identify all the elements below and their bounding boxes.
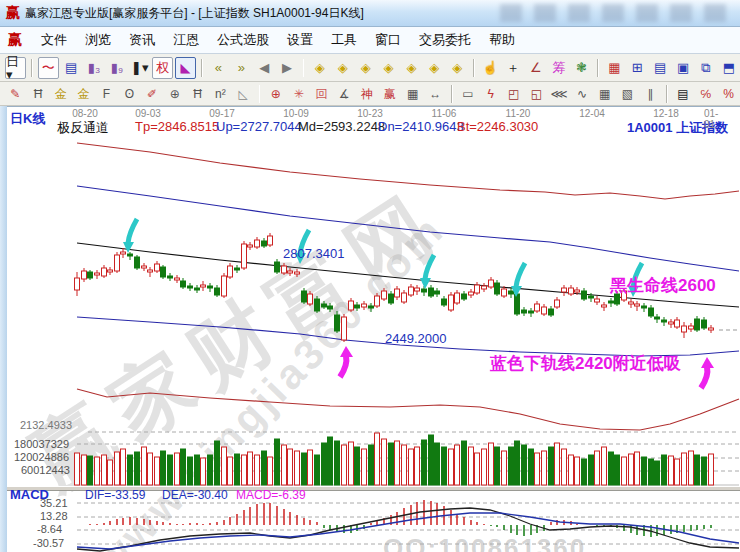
jump-last-icon[interactable]: » <box>231 57 252 79</box>
menu-item-公式选股[interactable]: 公式选股 <box>208 29 278 51</box>
gold-grid1-icon[interactable]: 金 <box>51 84 72 104</box>
angle-tool-icon[interactable]: ◺ <box>233 84 254 104</box>
jump-first-icon[interactable]: « <box>208 57 229 79</box>
diamond-down-icon[interactable]: ◈ <box>424 57 445 79</box>
macd-tick-3: -8.64 <box>37 523 62 535</box>
date-label: 10-23 <box>357 108 383 119</box>
diamond-up-icon[interactable]: ◈ <box>401 57 422 79</box>
box-fan1-icon[interactable]: ◰ <box>503 84 524 104</box>
calendar-icon[interactable]: ▦ <box>604 57 625 79</box>
macd-dea-value: DEA=-30.40 <box>162 488 228 502</box>
volume-tick-180m: 180037329 <box>14 438 69 450</box>
smart-analysis-icon[interactable]: ❃ <box>571 57 592 79</box>
grid-arrow-icon[interactable]: ▧ <box>617 84 638 104</box>
rect-tool-icon[interactable]: ▭ <box>458 84 479 104</box>
box-fan2-icon[interactable]: ◱ <box>526 84 547 104</box>
annotation-life-line: 黑生命线2600 <box>610 274 716 297</box>
window-title: 赢家江恩专业版[赢家服务平台] - [上证指数 SH1A0001-94日K线] <box>25 5 364 22</box>
number-grid-icon[interactable]: ▦ <box>402 84 423 104</box>
toolbar-drawing: ✎Ħ金金Fʘ✐⊕Ħn²◺⊕✳回∡神赢▦↔▭ϟ◰◱⋘∿▦▧∥▤℅% <box>0 82 740 106</box>
minute-chart-icon[interactable]: 〜 <box>38 57 59 79</box>
menu-item-设置[interactable]: 设置 <box>278 29 322 51</box>
ying-grid-icon[interactable]: 赢 <box>379 84 400 104</box>
calculator-icon[interactable]: ⊞ <box>627 57 648 79</box>
grid-tool-icon[interactable]: ▦ <box>594 84 615 104</box>
percent-slope-icon[interactable]: ℅ <box>695 84 716 104</box>
spiral-icon[interactable]: ʘ <box>119 84 140 104</box>
bars-9day-icon[interactable]: ▮₉ <box>106 57 127 79</box>
pencil-tool-icon[interactable]: ✎ <box>5 84 26 104</box>
channel-param-label: Tp=2846.8515 <box>135 119 219 134</box>
menu-item-江恩[interactable]: 江恩 <box>164 29 208 51</box>
toolbar-separator <box>451 85 453 103</box>
multi-window-icon[interactable]: ⧉ <box>695 57 716 79</box>
macd-tick-1: 35.21 <box>40 497 68 509</box>
save-icon[interactable]: ▣ <box>673 57 694 79</box>
gann-angle-icon[interactable]: ∡ <box>334 84 355 104</box>
zigzag-icon[interactable]: ∿ <box>572 84 593 104</box>
macd-tick-2: 13.28 <box>40 510 68 522</box>
angle-measure-icon[interactable]: ∠ <box>525 57 546 79</box>
toolbar-separator <box>201 59 203 77</box>
volume-tick-60m: 60012443 <box>21 464 70 476</box>
gold-grid2-icon[interactable]: 金 <box>73 84 94 104</box>
colored-kline-icon[interactable]: ◣ <box>175 57 196 79</box>
gann-wheel-icon[interactable]: ⊕ <box>164 84 185 104</box>
app-window: 赢 赢家江恩专业版[赢家服务平台] - [上证指数 SH1A0001-94日K线… <box>0 0 740 552</box>
percent-icon[interactable]: % <box>718 84 739 104</box>
circle-cross-icon[interactable]: ⊕ <box>265 84 286 104</box>
menu-item-工具[interactable]: 工具 <box>322 29 366 51</box>
crosshair-icon[interactable]: ＋ <box>502 57 523 79</box>
step-back-icon[interactable]: ◀ <box>254 57 275 79</box>
annotation-trough-price: 2449.2000 <box>385 331 446 346</box>
time-comb-icon[interactable]: Ħ <box>187 84 208 104</box>
square-of-nine-icon[interactable]: n² <box>210 84 231 104</box>
restoration-icon[interactable]: 权 <box>152 57 173 79</box>
toolbar-separator <box>473 59 475 77</box>
diamond-right-icon[interactable]: ◈ <box>378 57 399 79</box>
bars-3min-icon[interactable]: ▮₃ <box>84 57 105 79</box>
span-measure-icon[interactable]: ↔ <box>425 84 446 104</box>
menu-item-窗口[interactable]: 窗口 <box>366 29 410 51</box>
square-spiral-icon[interactable]: 回 <box>311 84 332 104</box>
system-icon[interactable]: ⬒ <box>718 57 739 79</box>
arrow-fan-icon[interactable]: ⋘ <box>549 84 570 104</box>
f10-info-icon[interactable]: ▤ <box>61 57 82 79</box>
gann-comb-icon[interactable]: Ħ <box>28 84 49 104</box>
app-logo-icon: 赢 <box>6 4 20 22</box>
star-burst-icon[interactable]: ✳ <box>288 84 309 104</box>
toolbar-separator <box>303 59 305 77</box>
hand-tool-icon[interactable]: ☝ <box>480 57 501 79</box>
shen-grid-icon[interactable]: 神 <box>357 84 378 104</box>
channel-param-label: Md=2593.2248 <box>298 119 385 134</box>
notepad-icon[interactable]: ▤ <box>650 57 671 79</box>
toolbar-main: 日▾〜▤▮₃▮₉❚▾权◣«»◀▶◈◈◈◈◈◈◈☝＋∠筹❃▦⊞▤▣⧉⬒ <box>0 54 740 82</box>
toolbar-separator <box>666 85 668 103</box>
diamond-center-icon[interactable]: ◈ <box>447 57 468 79</box>
menu-item-交易委托[interactable]: 交易委托 <box>410 29 480 51</box>
ray-fan-icon[interactable]: ϟ <box>480 84 501 104</box>
diamond-expand-icon[interactable]: ◈ <box>332 57 353 79</box>
kline-period-selector-icon[interactable]: 日▾ <box>5 57 26 79</box>
menu-item-浏览[interactable]: 浏览 <box>76 29 120 51</box>
annotation-peak-price: 2807.3401 <box>283 246 344 261</box>
fib-grid-icon[interactable]: F <box>96 84 117 104</box>
period-label: 日K线 <box>10 110 45 128</box>
step-forward-icon[interactable]: ▶ <box>277 57 298 79</box>
candle-style-icon[interactable]: ❚▾ <box>129 57 150 79</box>
menu-item-文件[interactable]: 文件 <box>32 29 76 51</box>
chips-icon[interactable]: 筹 <box>548 57 569 79</box>
menu-item-帮助[interactable]: 帮助 <box>480 29 524 51</box>
date-label: 10-09 <box>283 108 309 119</box>
menu-item-资讯[interactable]: 资讯 <box>120 29 164 51</box>
price-levels-icon[interactable]: ▤ <box>673 84 694 104</box>
date-label: 01-01 <box>704 108 728 130</box>
ruler-pencil-icon[interactable]: ✐ <box>142 84 163 104</box>
date-label: 09-03 <box>135 108 161 119</box>
channel-param-label: Dn=2410.9643 <box>378 119 464 134</box>
macd-dif-value: DIF=-33.59 <box>85 488 145 502</box>
diamond-compress-icon[interactable]: ◈ <box>309 57 330 79</box>
diamond-left-icon[interactable]: ◈ <box>355 57 376 79</box>
parallel-lines-icon[interactable]: ∥ <box>640 84 661 104</box>
date-label: 12-04 <box>579 108 605 119</box>
